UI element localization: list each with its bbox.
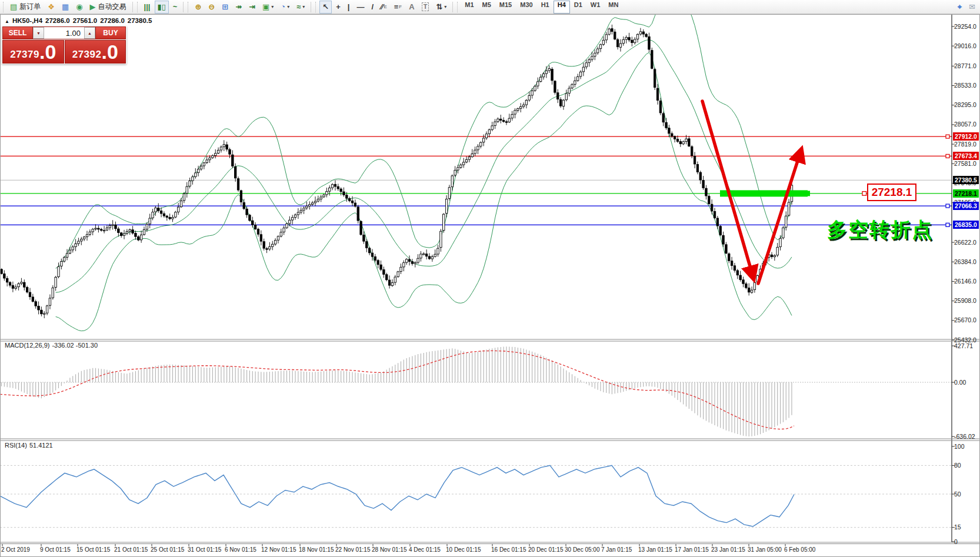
sell-button[interactable]: SELL bbox=[2, 26, 33, 39]
candlesticks bbox=[1, 25, 793, 318]
horizontal-line-icon[interactable]: — bbox=[354, 1, 367, 14]
rsi-axis-label: 100 bbox=[954, 443, 965, 450]
new-chart-icon: ▣ bbox=[262, 3, 269, 11]
chevron-down-icon: ▾ bbox=[302, 4, 305, 9]
price-axis-label: 26146.0 bbox=[954, 278, 976, 285]
timeframe-w1[interactable]: W1 bbox=[586, 1, 605, 14]
new-order-button: ▤ bbox=[10, 3, 17, 11]
auto-scroll-icon: ↠ bbox=[235, 3, 242, 11]
ohlc-open: 27286.0 bbox=[45, 17, 70, 24]
time-axis-label: 31 Jan 05:00 bbox=[748, 546, 782, 553]
candlestick-chart-icon[interactable]: ▮▯ bbox=[155, 1, 169, 14]
search-icon[interactable]: ⌖ bbox=[955, 1, 965, 14]
auto-scroll-icon[interactable]: ↠ bbox=[232, 1, 245, 14]
time-axis-label: 23 Jan 01:15 bbox=[711, 546, 745, 553]
rsi-label: RSI(14)51.4121 bbox=[5, 442, 55, 449]
chevron-down-icon: ▾ bbox=[444, 4, 446, 9]
chart-profiles-icon[interactable]: ❖ bbox=[45, 1, 58, 14]
zoom-in-icon: ⊕ bbox=[195, 3, 201, 11]
vertical-line-icon[interactable]: | bbox=[345, 1, 353, 14]
periods-icon[interactable]: ◔▾ bbox=[278, 1, 292, 14]
zoom-out-icon[interactable]: ⊖ bbox=[205, 1, 218, 14]
toolbar-drag-handle bbox=[315, 2, 317, 12]
navigator-icon[interactable]: ◉ bbox=[73, 1, 85, 14]
crosshair-icon[interactable]: + bbox=[333, 1, 344, 14]
arrows-icon[interactable]: ⇅▾ bbox=[433, 1, 449, 14]
timeframe-mn[interactable]: MN bbox=[604, 1, 622, 14]
chart-shift-icon: ⇥ bbox=[249, 3, 255, 11]
bollinger-bands bbox=[56, 0, 792, 331]
chart-profiles-icon: ❖ bbox=[48, 3, 55, 11]
cursor-icon: ↖ bbox=[322, 3, 329, 11]
volume-down-button[interactable]: ▼ bbox=[33, 27, 44, 39]
sell-price[interactable]: 27379.0 bbox=[2, 40, 64, 64]
horizontal-levels[interactable] bbox=[0, 135, 952, 226]
new-chart-icon[interactable]: ▣▾ bbox=[259, 1, 276, 14]
navigator-icon: ◉ bbox=[76, 3, 82, 11]
trendline-icon[interactable]: / bbox=[368, 1, 376, 14]
macd-axis-label: 0.00 bbox=[954, 379, 966, 386]
equidistant-channel-icon[interactable]: ∕∕E bbox=[378, 1, 390, 14]
crosshair-icon: + bbox=[336, 3, 341, 11]
market-watch-icon[interactable]: ▦ bbox=[59, 1, 72, 14]
timeframe-m30[interactable]: M30 bbox=[516, 1, 536, 14]
annotation-text[interactable]: 多空转折点 bbox=[827, 216, 933, 244]
timeframe-d1[interactable]: D1 bbox=[570, 1, 586, 14]
toolbar-drag-handle bbox=[3, 2, 5, 12]
volume-up-button[interactable]: ▲ bbox=[84, 27, 95, 39]
new-order-button[interactable]: ▤新订单 bbox=[7, 1, 44, 14]
toolbar: ▤新订单❖▦◉▶自动交易|||▮▯~⊕⊖⊞↠⇥▣▾◔▾≈▾↖+|—/∕∕E≡FA… bbox=[0, 0, 980, 14]
time-axis-label: 4 Dec 01:15 bbox=[409, 546, 441, 553]
time-axis-label: 18 Nov 01:15 bbox=[299, 546, 334, 553]
time-axis-label: 31 Oct 01:15 bbox=[188, 546, 221, 553]
timeframe-h4[interactable]: H4 bbox=[554, 1, 570, 14]
bar-chart-icon[interactable]: ||| bbox=[141, 1, 154, 14]
collapse-arrow-icon[interactable]: ▲ bbox=[5, 19, 9, 24]
indicators-icon[interactable]: ≈▾ bbox=[294, 1, 308, 14]
current-price-tag: 27380.5 bbox=[953, 176, 979, 184]
toolbar-separator bbox=[311, 2, 311, 12]
price-axis-label: 28533.0 bbox=[954, 82, 976, 89]
timeframe-h1[interactable]: H1 bbox=[537, 1, 554, 14]
price-axis-label: 26384.0 bbox=[954, 258, 976, 265]
time-axis-label: 13 Jan 01:15 bbox=[638, 546, 672, 553]
chat-icon[interactable]: ✉ bbox=[966, 1, 978, 14]
toolbar-right-group: ⌖✉ bbox=[954, 1, 979, 14]
price-axis-label: 25670.0 bbox=[954, 316, 976, 323]
buy-price[interactable]: 27392.0 bbox=[65, 40, 126, 64]
time-axis-label: 22 Nov 01:15 bbox=[335, 546, 371, 553]
volume-input[interactable] bbox=[44, 27, 84, 39]
time-axis-label: 28 Nov 01:15 bbox=[372, 546, 407, 553]
tile-windows-icon[interactable]: ⊞ bbox=[219, 1, 231, 14]
cursor-icon[interactable]: ↖ bbox=[319, 1, 332, 14]
zoom-in-icon[interactable]: ⊕ bbox=[192, 1, 204, 14]
time-axis-label: 25 Oct 01:15 bbox=[151, 546, 184, 553]
price-axis-label: 28295.0 bbox=[954, 101, 976, 108]
text-label-icon[interactable]: T bbox=[419, 1, 432, 14]
chart-shift-icon[interactable]: ⇥ bbox=[246, 1, 258, 14]
price-axis-label: 28771.0 bbox=[954, 62, 976, 69]
price-callout-box[interactable]: 27218.1 bbox=[867, 184, 916, 201]
autotrading-button[interactable]: ▶自动交易 bbox=[87, 1, 129, 14]
timeframe-m5[interactable]: M5 bbox=[478, 1, 495, 14]
macd-label: MACD(12,26,9)-336.02 -501.30 bbox=[5, 342, 100, 349]
time-axis-label: 7 Jan 01:15 bbox=[601, 546, 632, 553]
fibonacci-icon[interactable]: ≡F bbox=[391, 1, 405, 14]
line-chart-icon[interactable]: ~ bbox=[170, 1, 181, 14]
ohlc-high: 27561.0 bbox=[73, 17, 98, 24]
autotrading-button: ▶ bbox=[90, 3, 96, 11]
toolbar-separator bbox=[132, 2, 133, 12]
time-axis-label: 16 Dec 01:15 bbox=[491, 546, 526, 553]
text-icon[interactable]: A bbox=[406, 1, 417, 14]
price-axis-label: 25908.0 bbox=[954, 297, 976, 304]
buy-button[interactable]: BUY bbox=[95, 26, 126, 39]
chart-canvas[interactable] bbox=[0, 0, 980, 557]
level-price-tag: 27912.0 bbox=[953, 132, 979, 141]
timeframe-m15[interactable]: M15 bbox=[495, 1, 516, 14]
timeframe-m1[interactable]: M1 bbox=[461, 1, 478, 14]
rsi-line bbox=[0, 465, 952, 527]
time-axis-label: 15 Oct 01:15 bbox=[76, 546, 110, 553]
time-axis-label: 21 Oct 01:15 bbox=[114, 546, 148, 553]
market-watch-icon: ▦ bbox=[62, 3, 69, 11]
price-axis-label: 29016.0 bbox=[954, 42, 976, 49]
